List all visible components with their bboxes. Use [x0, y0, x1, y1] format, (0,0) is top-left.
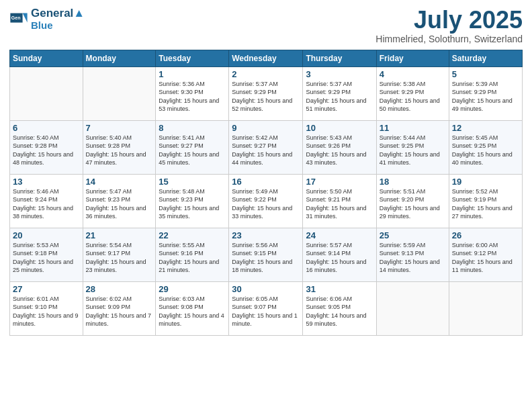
calendar-cell: 24Sunrise: 5:57 AMSunset: 9:14 PMDayligh… — [303, 228, 376, 281]
day-header-saturday: Saturday — [449, 50, 522, 66]
day-number: 19 — [452, 177, 519, 187]
page: Gen General▲ Blue July 2025 Himmelried, … — [0, 0, 532, 411]
calendar-cell: 22Sunrise: 5:55 AMSunset: 9:16 PMDayligh… — [156, 228, 229, 281]
day-number: 29 — [159, 284, 226, 294]
day-number: 3 — [306, 69, 373, 79]
calendar-cell: 20Sunrise: 5:53 AMSunset: 9:18 PMDayligh… — [10, 228, 83, 281]
calendar-cell — [376, 281, 449, 335]
calendar-week-row: 1Sunrise: 5:36 AMSunset: 9:30 PMDaylight… — [10, 66, 523, 120]
day-number: 30 — [232, 284, 300, 294]
calendar-cell: 30Sunrise: 6:05 AMSunset: 9:07 PMDayligh… — [229, 281, 303, 335]
calendar: SundayMondayTuesdayWednesdayThursdayFrid… — [9, 50, 523, 336]
day-info: Sunrise: 5:56 AMSunset: 9:15 PMDaylight:… — [232, 241, 300, 275]
calendar-cell: 26Sunrise: 6:00 AMSunset: 9:12 PMDayligh… — [449, 228, 522, 281]
calendar-cell: 25Sunrise: 5:59 AMSunset: 9:13 PMDayligh… — [376, 228, 449, 281]
calendar-cell: 7Sunrise: 5:40 AMSunset: 9:28 PMDaylight… — [83, 120, 156, 174]
calendar-cell: 23Sunrise: 5:56 AMSunset: 9:15 PMDayligh… — [229, 228, 303, 281]
calendar-cell: 18Sunrise: 5:51 AMSunset: 9:20 PMDayligh… — [376, 174, 449, 228]
day-header-friday: Friday — [376, 50, 449, 66]
day-info: Sunrise: 5:41 AMSunset: 9:27 PMDaylight:… — [159, 134, 226, 167]
day-info: Sunrise: 5:57 AMSunset: 9:14 PMDaylight:… — [306, 241, 373, 275]
day-number: 22 — [159, 230, 226, 240]
day-header-monday: Monday — [83, 50, 156, 66]
day-info: Sunrise: 6:00 AMSunset: 9:12 PMDaylight:… — [452, 241, 519, 275]
day-info: Sunrise: 5:36 AMSunset: 9:30 PMDaylight:… — [159, 80, 226, 113]
calendar-cell: 5Sunrise: 5:39 AMSunset: 9:29 PMDaylight… — [449, 66, 522, 120]
calendar-cell: 29Sunrise: 6:03 AMSunset: 9:08 PMDayligh… — [156, 281, 229, 335]
header: Gen General▲ Blue July 2025 Himmelried, … — [9, 7, 523, 44]
calendar-cell: 28Sunrise: 6:02 AMSunset: 9:09 PMDayligh… — [83, 281, 156, 335]
calendar-cell: 8Sunrise: 5:41 AMSunset: 9:27 PMDaylight… — [156, 120, 229, 174]
calendar-cell: 16Sunrise: 5:49 AMSunset: 9:22 PMDayligh… — [229, 174, 303, 228]
day-number: 23 — [232, 230, 300, 240]
calendar-cell — [83, 66, 156, 120]
day-info: Sunrise: 5:48 AMSunset: 9:23 PMDaylight:… — [159, 187, 226, 221]
calendar-cell: 6Sunrise: 5:40 AMSunset: 9:28 PMDaylight… — [10, 120, 83, 174]
day-info: Sunrise: 5:38 AMSunset: 9:29 PMDaylight:… — [380, 80, 446, 113]
day-info: Sunrise: 5:37 AMSunset: 9:29 PMDaylight:… — [306, 80, 373, 113]
calendar-cell: 31Sunrise: 6:06 AMSunset: 9:05 PMDayligh… — [303, 281, 376, 335]
day-info: Sunrise: 5:50 AMSunset: 9:21 PMDaylight:… — [306, 187, 373, 221]
day-info: Sunrise: 5:53 AMSunset: 9:18 PMDaylight:… — [13, 241, 80, 275]
day-number: 28 — [86, 284, 153, 294]
day-info: Sunrise: 5:40 AMSunset: 9:28 PMDaylight:… — [86, 134, 153, 167]
calendar-cell: 9Sunrise: 5:42 AMSunset: 9:27 PMDaylight… — [229, 120, 303, 174]
calendar-cell — [449, 281, 522, 335]
month-title: July 2025 — [375, 7, 523, 34]
calendar-cell: 3Sunrise: 5:37 AMSunset: 9:29 PMDaylight… — [303, 66, 376, 120]
day-info: Sunrise: 5:37 AMSunset: 9:29 PMDaylight:… — [232, 80, 300, 113]
day-info: Sunrise: 6:05 AMSunset: 9:07 PMDaylight:… — [232, 295, 300, 328]
day-number: 25 — [380, 230, 446, 240]
svg-marker-0 — [23, 13, 28, 22]
day-info: Sunrise: 5:40 AMSunset: 9:28 PMDaylight:… — [13, 134, 80, 167]
day-number: 26 — [452, 230, 519, 240]
day-number: 21 — [86, 230, 153, 240]
calendar-cell: 1Sunrise: 5:36 AMSunset: 9:30 PMDaylight… — [156, 66, 229, 120]
calendar-cell — [10, 66, 83, 120]
day-header-sunday: Sunday — [10, 50, 83, 66]
day-header-tuesday: Tuesday — [156, 50, 229, 66]
calendar-cell: 12Sunrise: 5:45 AMSunset: 9:25 PMDayligh… — [449, 120, 522, 174]
day-info: Sunrise: 5:49 AMSunset: 9:22 PMDaylight:… — [232, 187, 300, 221]
day-number: 31 — [306, 284, 373, 294]
location: Himmelried, Solothurn, Switzerland — [375, 34, 523, 44]
day-number: 7 — [86, 123, 153, 133]
day-info: Sunrise: 6:03 AMSunset: 9:08 PMDaylight:… — [159, 295, 226, 328]
day-number: 10 — [306, 123, 373, 133]
calendar-cell: 27Sunrise: 6:01 AMSunset: 9:10 PMDayligh… — [10, 281, 83, 335]
calendar-cell: 11Sunrise: 5:44 AMSunset: 9:25 PMDayligh… — [376, 120, 449, 174]
calendar-cell: 15Sunrise: 5:48 AMSunset: 9:23 PMDayligh… — [156, 174, 229, 228]
logo: Gen General▲ Blue — [9, 7, 85, 30]
calendar-cell: 21Sunrise: 5:54 AMSunset: 9:17 PMDayligh… — [83, 228, 156, 281]
day-number: 5 — [452, 69, 519, 79]
title-block: July 2025 Himmelried, Solothurn, Switzer… — [375, 7, 523, 44]
calendar-week-row: 27Sunrise: 6:01 AMSunset: 9:10 PMDayligh… — [10, 281, 523, 335]
day-number: 6 — [13, 123, 80, 133]
calendar-cell: 19Sunrise: 5:52 AMSunset: 9:19 PMDayligh… — [449, 174, 522, 228]
day-number: 13 — [13, 177, 80, 187]
day-info: Sunrise: 5:54 AMSunset: 9:17 PMDaylight:… — [86, 241, 153, 275]
day-info: Sunrise: 5:59 AMSunset: 9:13 PMDaylight:… — [380, 241, 446, 275]
calendar-week-row: 6Sunrise: 5:40 AMSunset: 9:28 PMDaylight… — [10, 120, 523, 174]
day-number: 11 — [380, 123, 446, 133]
day-number: 2 — [232, 69, 300, 79]
day-info: Sunrise: 5:39 AMSunset: 9:29 PMDaylight:… — [452, 80, 519, 113]
day-info: Sunrise: 5:51 AMSunset: 9:20 PMDaylight:… — [380, 187, 446, 221]
day-info: Sunrise: 5:46 AMSunset: 9:24 PMDaylight:… — [13, 187, 80, 221]
day-info: Sunrise: 6:02 AMSunset: 9:09 PMDaylight:… — [86, 295, 153, 328]
day-number: 24 — [306, 230, 373, 240]
day-info: Sunrise: 5:52 AMSunset: 9:19 PMDaylight:… — [452, 187, 519, 221]
day-info: Sunrise: 6:01 AMSunset: 9:10 PMDaylight:… — [13, 295, 80, 328]
day-info: Sunrise: 5:55 AMSunset: 9:16 PMDaylight:… — [159, 241, 226, 275]
day-number: 27 — [13, 284, 80, 294]
day-number: 15 — [159, 177, 226, 187]
day-info: Sunrise: 5:47 AMSunset: 9:23 PMDaylight:… — [86, 187, 153, 221]
day-number: 14 — [86, 177, 153, 187]
calendar-cell: 17Sunrise: 5:50 AMSunset: 9:21 PMDayligh… — [303, 174, 376, 228]
logo-icon: Gen — [9, 9, 28, 28]
day-number: 4 — [380, 69, 446, 79]
svg-text:Gen: Gen — [11, 15, 21, 20]
day-number: 8 — [159, 123, 226, 133]
day-header-wednesday: Wednesday — [229, 50, 303, 66]
logo-text: General▲ — [31, 7, 85, 20]
